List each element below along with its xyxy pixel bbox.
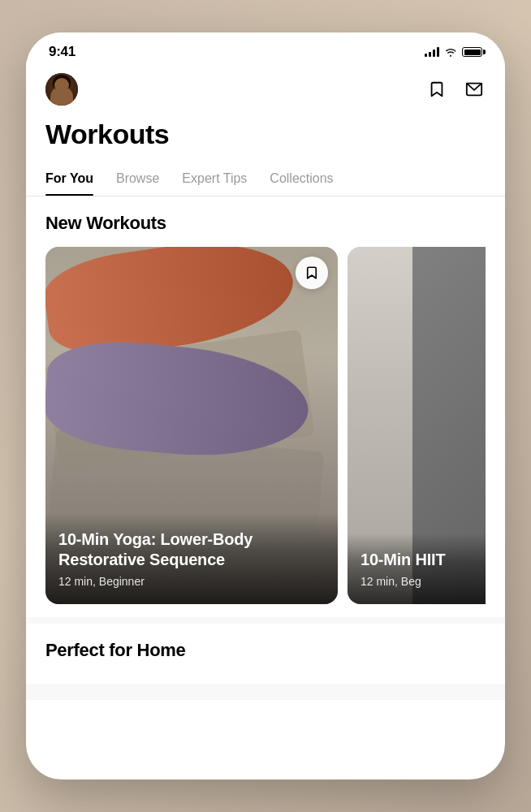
app-header [26,67,505,115]
status-time: 9:41 [49,44,76,60]
yoga-card-content: 10-Min Yoga: Lower-Body Restorative Sequ… [45,513,338,604]
workout-card-hiit[interactable]: 10-Min HIIT 12 min, Beg [348,247,486,604]
card-bookmark-button[interactable] [296,257,328,289]
messages-button[interactable] [463,78,486,101]
tabs-container: For You Browse Expert Tips Collections [26,163,505,197]
header-actions [425,78,486,101]
tab-browse[interactable]: Browse [116,163,159,196]
tab-for-you[interactable]: For You [45,163,93,196]
tabs: For You Browse Expert Tips Collections [26,163,505,196]
bookmarks-button[interactable] [425,78,448,101]
workout-card-yoga[interactable]: 10-Min Yoga: Lower-Body Restorative Sequ… [45,247,338,604]
yoga-card-title: 10-Min Yoga: Lower-Body Restorative Sequ… [58,529,325,570]
signal-icon [425,47,439,57]
status-bar: 9:41 [26,32,505,67]
perfect-for-home-title: Perfect for Home [45,640,486,661]
workout-cards-scroll[interactable]: 10-Min Yoga: Lower-Body Restorative Sequ… [45,247,486,607]
tab-expert-tips[interactable]: Expert Tips [182,163,247,196]
new-workouts-section: New Workouts [26,197,505,617]
page-title: Workouts [45,119,486,150]
main-content: New Workouts [26,197,505,700]
status-icons [425,47,482,57]
phone-frame: 9:41 [26,32,505,780]
yoga-card-meta: 12 min, Beginner [58,575,325,588]
new-workouts-title: New Workouts [45,213,486,234]
hiit-card-title: 10-Min HIIT [360,550,486,570]
hiit-card-content: 10-Min HIIT 12 min, Beg [348,533,486,604]
wifi-icon [444,47,457,57]
page-title-section: Workouts [26,115,505,163]
avatar[interactable] [45,73,78,106]
hiit-card-meta: 12 min, Beg [360,575,486,588]
tab-collections[interactable]: Collections [270,163,333,196]
battery-icon [462,47,482,57]
card-bookmark-icon [304,265,319,281]
perfect-for-home-section: Perfect for Home [26,624,505,684]
